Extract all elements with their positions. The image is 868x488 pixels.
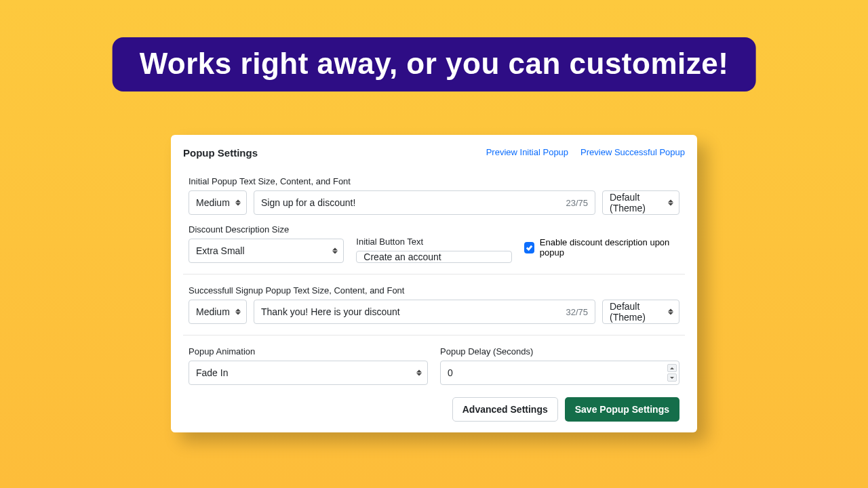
initial-content-value: Sign up for a discount!	[261, 197, 560, 208]
desc-size-value: Extra Small	[196, 245, 245, 256]
success-size-value: Medium	[196, 306, 230, 317]
initial-content-input[interactable]: Sign up for a discount! 23/75	[254, 190, 595, 215]
card-title: Popup Settings	[183, 147, 258, 159]
initial-size-select[interactable]: Medium	[189, 190, 247, 215]
hero-banner: Works right away, or you can customize!	[113, 37, 756, 92]
advanced-settings-button[interactable]: Advanced Settings	[452, 397, 558, 422]
initial-size-value: Medium	[196, 197, 230, 208]
enable-desc-checkbox[interactable]	[524, 242, 534, 253]
success-size-select[interactable]: Medium	[189, 300, 247, 324]
delay-label: Popup Delay (Seconds)	[440, 346, 679, 357]
button-text-value: Create an account	[363, 251, 504, 262]
updown-icon	[416, 370, 422, 376]
updown-icon	[235, 200, 241, 206]
updown-icon	[235, 309, 241, 315]
delay-step-down[interactable]	[667, 373, 677, 382]
success-content-value: Thank you! Here is your discount	[261, 306, 560, 317]
success-font-value: Default (Theme)	[610, 301, 661, 323]
delay-input[interactable]: 0	[440, 361, 679, 385]
animation-select[interactable]: Fade In	[189, 361, 428, 385]
preview-initial-link[interactable]: Preview Initial Popup	[486, 147, 568, 157]
delay-step-up[interactable]	[667, 364, 677, 372]
save-button[interactable]: Save Popup Settings	[565, 397, 679, 422]
success-content-input[interactable]: Thank you! Here is your discount 32/75	[254, 300, 595, 324]
desc-size-label: Discount Description Size	[189, 224, 344, 235]
updown-icon	[668, 309, 673, 315]
divider	[183, 274, 685, 274]
popup-settings-card: Popup Settings Preview Initial Popup Pre…	[171, 135, 697, 432]
button-text-label: Initial Button Text	[356, 237, 511, 247]
initial-content-counter: 23/75	[560, 198, 588, 208]
updown-icon	[332, 248, 338, 254]
animation-value: Fade In	[196, 367, 228, 378]
success-font-select[interactable]: Default (Theme)	[602, 300, 679, 324]
preview-success-link[interactable]: Preview Successful Popup	[580, 147, 685, 157]
button-text-input[interactable]: Create an account	[356, 251, 511, 263]
divider	[183, 335, 685, 336]
enable-desc-label: Enable discount description upon popup	[540, 237, 679, 258]
animation-label: Popup Animation	[189, 346, 428, 357]
initial-font-value: Default (Theme)	[610, 192, 661, 214]
check-icon	[526, 244, 533, 251]
delay-value: 0	[448, 367, 453, 378]
initial-section-label: Initial Popup Text Size, Content, and Fo…	[189, 176, 679, 186]
initial-font-select[interactable]: Default (Theme)	[602, 190, 679, 215]
updown-icon	[668, 200, 673, 206]
success-content-counter: 32/75	[560, 307, 588, 317]
success-section-label: Successfull Signup Popup Text Size, Cont…	[189, 285, 679, 296]
desc-size-select[interactable]: Extra Small	[189, 239, 344, 263]
